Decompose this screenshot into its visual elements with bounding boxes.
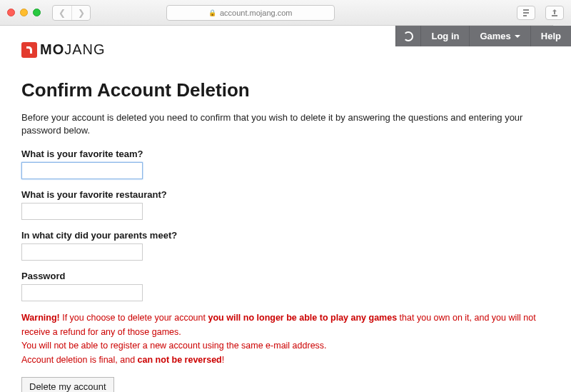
q3-label: In what city did your parents meet?: [21, 230, 550, 241]
browser-toolbar: ❮ ❯ 🔒 account.mojang.com +: [0, 0, 571, 26]
nav-help-button[interactable]: Help: [530, 26, 571, 46]
refresh-icon: [403, 31, 413, 41]
zoom-window-button[interactable]: [33, 9, 41, 16]
delete-button-label: Delete my account: [29, 381, 106, 392]
q3-input[interactable]: [21, 243, 143, 261]
lock-icon: 🔒: [208, 9, 216, 16]
delete-account-button[interactable]: Delete my account: [21, 377, 114, 392]
share-button[interactable]: [545, 6, 564, 20]
reader-icon: [522, 9, 530, 17]
window-controls: [7, 9, 41, 16]
page-content: Log in Games Help MOJANG Confirm Account…: [0, 26, 571, 392]
password-label: Password: [21, 271, 550, 281]
nav-login-button[interactable]: Log in: [420, 26, 469, 46]
back-button[interactable]: ❮: [53, 6, 71, 20]
security-question-2-field: What is your favorite restaurant?: [21, 189, 550, 220]
q1-input[interactable]: [21, 162, 143, 179]
nav-back-forward: ❮ ❯: [52, 5, 91, 21]
warning-text: Warning! If you choose to delete your ac…: [21, 311, 550, 367]
nav-games-label: Games: [480, 31, 510, 41]
forward-button[interactable]: ❯: [71, 6, 90, 20]
close-window-button[interactable]: [7, 9, 15, 16]
logo-text: MOJANG: [40, 41, 106, 58]
logo-mark-icon: [21, 42, 37, 58]
security-question-3-field: In what city did your parents meet?: [21, 230, 550, 261]
minimize-window-button[interactable]: [20, 9, 28, 16]
password-input[interactable]: [21, 284, 143, 301]
reader-button[interactable]: [517, 6, 535, 20]
nav-help-label: Help: [541, 31, 561, 41]
share-icon: [550, 9, 559, 17]
address-bar[interactable]: 🔒 account.mojang.com: [166, 5, 335, 21]
q2-label: What is your favorite restaurant?: [21, 189, 550, 200]
site-top-nav: Log in Games Help: [395, 26, 571, 46]
password-field: Password: [21, 271, 550, 301]
security-question-1-field: What is your favorite team?: [21, 149, 550, 179]
chevron-down-icon: [515, 35, 520, 38]
q1-label: What is your favorite team?: [21, 149, 550, 159]
page-title: Confirm Account Deletion: [21, 79, 550, 101]
nav-login-label: Log in: [431, 31, 459, 41]
url-text: account.mojang.com: [220, 9, 293, 17]
intro-text: Before your account is deleted you need …: [21, 111, 550, 137]
nav-refresh-button[interactable]: [395, 26, 420, 46]
q2-input[interactable]: [21, 203, 143, 220]
nav-games-dropdown[interactable]: Games: [469, 26, 530, 46]
